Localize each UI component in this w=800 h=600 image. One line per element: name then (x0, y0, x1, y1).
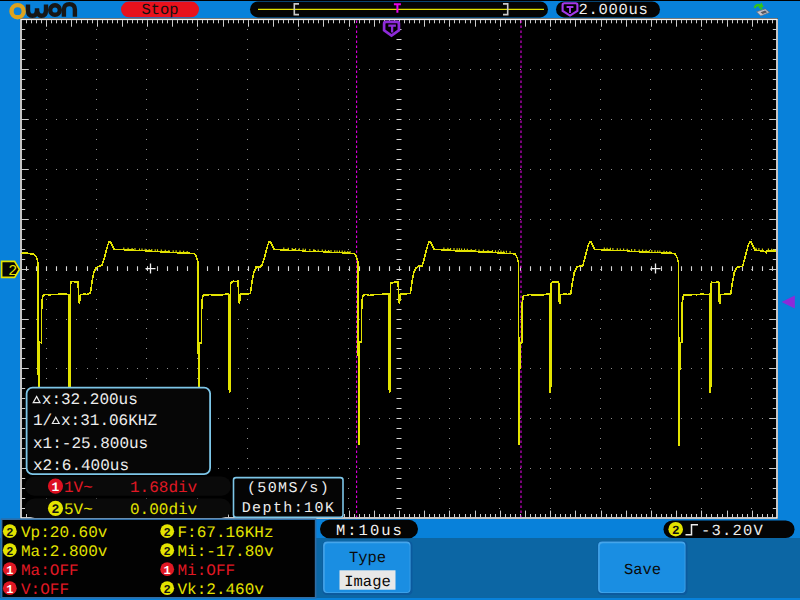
svg-text:Save: Save (624, 561, 661, 579)
svg-text:V:OFF: V:OFF (21, 581, 69, 599)
svg-text:2: 2 (164, 526, 171, 540)
svg-text:1: 1 (164, 564, 171, 578)
svg-text:5V~: 5V~ (64, 501, 93, 519)
svg-text:Stop: Stop (141, 1, 178, 19)
svg-text:2.000us: 2.000us (579, 1, 649, 19)
svg-text:Vp:20.60v: Vp:20.60v (21, 524, 108, 542)
svg-text:Type: Type (349, 549, 386, 567)
svg-text:1V~: 1V~ (64, 479, 93, 497)
svg-text:Vk:2.460v: Vk:2.460v (178, 581, 265, 599)
svg-text:2: 2 (6, 545, 13, 559)
svg-text:1.68div: 1.68div (130, 479, 198, 497)
svg-text:Depth:10K: Depth:10K (242, 500, 336, 517)
svg-text:2: 2 (8, 263, 17, 280)
svg-text:F:67.16KHz: F:67.16KHz (178, 524, 274, 542)
svg-text:1/: 1/ (33, 412, 52, 430)
svg-text:(50MS/s): (50MS/s) (247, 480, 330, 497)
svg-text:Mi:OFF: Mi:OFF (178, 562, 236, 580)
svg-text:2: 2 (164, 583, 171, 597)
svg-text:x:32.200us: x:32.200us (42, 391, 138, 409)
svg-text:2: 2 (164, 545, 171, 559)
svg-text:Ma:2.800v: Ma:2.800v (21, 543, 108, 561)
svg-text:2: 2 (52, 502, 60, 517)
svg-text:1: 1 (6, 583, 13, 597)
svg-text:0.00div: 0.00div (130, 501, 198, 519)
svg-text:2: 2 (672, 524, 680, 538)
svg-text:x:31.06KHZ: x:31.06KHZ (61, 412, 157, 430)
svg-text:-3.20V: -3.20V (701, 522, 764, 540)
svg-text:x1:-25.800us: x1:-25.800us (33, 435, 148, 453)
svg-text:M:10us: M:10us (336, 522, 404, 540)
svg-text:2: 2 (6, 526, 13, 540)
svg-text:Image: Image (344, 573, 391, 591)
svg-text:1: 1 (52, 480, 60, 495)
svg-text:Ma:OFF: Ma:OFF (21, 562, 79, 580)
svg-text:1: 1 (6, 564, 13, 578)
svg-text:x2:6.400us: x2:6.400us (33, 457, 129, 475)
svg-text:Mi:-17.80v: Mi:-17.80v (178, 543, 274, 561)
